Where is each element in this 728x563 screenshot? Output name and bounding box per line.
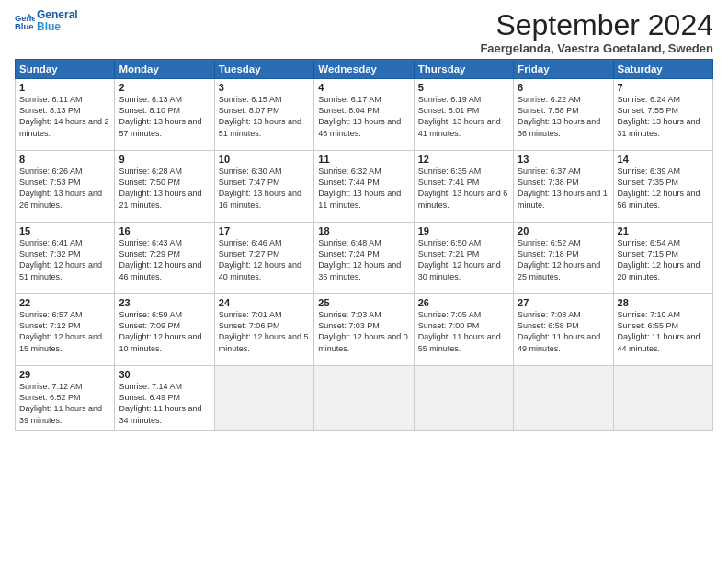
col-sat: Saturday [613,60,712,79]
day-number: 16 [119,225,210,236]
day-detail: Sunrise: 6:41 AMSunset: 7:32 PMDaylight:… [19,237,110,282]
day-detail: Sunrise: 6:54 AMSunset: 7:15 PMDaylight:… [618,237,709,282]
col-wed: Wednesday [314,60,414,79]
table-cell: 18Sunrise: 6:48 AMSunset: 7:24 PMDayligh… [314,223,414,294]
table-cell: 7Sunrise: 6:24 AMSunset: 7:55 PMDaylight… [613,79,712,151]
day-number: 3 [219,82,310,93]
table-cell: 25Sunrise: 7:03 AMSunset: 7:03 PMDayligh… [314,294,414,366]
table-cell: 27Sunrise: 7:08 AMSunset: 6:58 PMDayligh… [514,294,613,366]
day-number: 12 [418,154,509,165]
col-sun: Sunday [16,60,115,79]
table-cell [414,366,513,431]
day-detail: Sunrise: 6:15 AMSunset: 8:07 PMDaylight:… [219,94,310,139]
table-row: 22Sunrise: 6:57 AMSunset: 7:12 PMDayligh… [16,294,713,366]
day-number: 9 [119,154,210,165]
day-number: 27 [518,297,609,308]
table-cell: 15Sunrise: 6:41 AMSunset: 7:32 PMDayligh… [16,223,115,294]
table-cell: 11Sunrise: 6:32 AMSunset: 7:44 PMDayligh… [314,151,414,223]
table-cell [613,366,712,431]
table-cell: 17Sunrise: 6:46 AMSunset: 7:27 PMDayligh… [214,223,313,294]
day-number: 19 [418,225,509,236]
logo-icon: General Blue [15,11,35,31]
table-cell: 13Sunrise: 6:37 AMSunset: 7:38 PMDayligh… [514,151,613,223]
day-number: 29 [19,369,110,380]
table-cell [514,366,613,431]
day-detail: Sunrise: 6:59 AMSunset: 7:09 PMDaylight:… [119,309,210,354]
day-number: 17 [219,225,310,236]
table-cell: 10Sunrise: 6:30 AMSunset: 7:47 PMDayligh… [214,151,313,223]
logo-text: General Blue [37,9,78,33]
table-row: 15Sunrise: 6:41 AMSunset: 7:32 PMDayligh… [16,223,713,294]
day-number: 25 [318,297,409,308]
col-tue: Tuesday [214,60,313,79]
day-number: 20 [518,225,609,236]
table-cell: 30Sunrise: 7:14 AMSunset: 6:49 PMDayligh… [115,366,214,431]
day-detail: Sunrise: 7:01 AMSunset: 7:06 PMDaylight:… [219,309,310,354]
table-cell: 21Sunrise: 6:54 AMSunset: 7:15 PMDayligh… [613,223,712,294]
col-mon: Monday [115,60,214,79]
day-detail: Sunrise: 6:22 AMSunset: 7:58 PMDaylight:… [518,94,609,139]
day-detail: Sunrise: 7:12 AMSunset: 6:52 PMDaylight:… [19,381,110,426]
col-fri: Friday [514,60,613,79]
day-number: 8 [19,154,110,165]
table-cell: 2Sunrise: 6:13 AMSunset: 8:10 PMDaylight… [115,79,214,151]
day-detail: Sunrise: 6:37 AMSunset: 7:38 PMDaylight:… [518,166,609,211]
table-cell: 8Sunrise: 6:26 AMSunset: 7:53 PMDaylight… [16,151,115,223]
table-cell: 22Sunrise: 6:57 AMSunset: 7:12 PMDayligh… [16,294,115,366]
day-number: 28 [618,297,709,308]
calendar-table: Sunday Monday Tuesday Wednesday Thursday… [15,59,713,431]
day-number: 22 [19,297,110,308]
day-detail: Sunrise: 6:11 AMSunset: 8:13 PMDaylight:… [19,94,110,139]
day-number: 15 [19,225,110,236]
day-detail: Sunrise: 6:57 AMSunset: 7:12 PMDaylight:… [19,309,110,354]
table-cell: 16Sunrise: 6:43 AMSunset: 7:29 PMDayligh… [115,223,214,294]
day-detail: Sunrise: 6:30 AMSunset: 7:47 PMDaylight:… [219,166,310,211]
day-detail: Sunrise: 6:48 AMSunset: 7:24 PMDaylight:… [318,237,409,282]
table-cell: 14Sunrise: 6:39 AMSunset: 7:35 PMDayligh… [613,151,712,223]
day-number: 4 [318,82,409,93]
day-detail: Sunrise: 6:50 AMSunset: 7:21 PMDaylight:… [418,237,509,282]
table-cell: 23Sunrise: 6:59 AMSunset: 7:09 PMDayligh… [115,294,214,366]
day-number: 24 [219,297,310,308]
day-detail: Sunrise: 7:03 AMSunset: 7:03 PMDaylight:… [318,309,409,354]
month-title: September 2024 [480,9,713,41]
day-number: 2 [119,82,210,93]
day-detail: Sunrise: 7:14 AMSunset: 6:49 PMDaylight:… [119,381,210,426]
table-cell: 26Sunrise: 7:05 AMSunset: 7:00 PMDayligh… [414,294,513,366]
table-cell: 5Sunrise: 6:19 AMSunset: 8:01 PMDaylight… [414,79,513,151]
day-detail: Sunrise: 6:26 AMSunset: 7:53 PMDaylight:… [19,166,110,211]
table-cell: 4Sunrise: 6:17 AMSunset: 8:04 PMDaylight… [314,79,414,151]
day-number: 26 [418,297,509,308]
calendar-page: General Blue General Blue September 2024… [0,0,728,563]
header: General Blue General Blue September 2024… [15,9,713,55]
table-cell: 28Sunrise: 7:10 AMSunset: 6:55 PMDayligh… [613,294,712,366]
day-number: 5 [418,82,509,93]
day-detail: Sunrise: 6:24 AMSunset: 7:55 PMDaylight:… [618,94,709,139]
day-number: 14 [618,154,709,165]
day-detail: Sunrise: 6:52 AMSunset: 7:18 PMDaylight:… [518,237,609,282]
day-number: 1 [19,82,110,93]
day-number: 23 [119,297,210,308]
table-cell: 3Sunrise: 6:15 AMSunset: 8:07 PMDaylight… [214,79,313,151]
table-row: 29Sunrise: 7:12 AMSunset: 6:52 PMDayligh… [16,366,713,431]
day-detail: Sunrise: 6:35 AMSunset: 7:41 PMDaylight:… [418,166,509,211]
day-detail: Sunrise: 7:08 AMSunset: 6:58 PMDaylight:… [518,309,609,354]
table-cell: 19Sunrise: 6:50 AMSunset: 7:21 PMDayligh… [414,223,513,294]
location: Faergelanda, Vaestra Goetaland, Sweden [480,41,713,55]
day-detail: Sunrise: 6:28 AMSunset: 7:50 PMDaylight:… [119,166,210,211]
svg-text:Blue: Blue [15,22,33,32]
table-cell: 1Sunrise: 6:11 AMSunset: 8:13 PMDaylight… [16,79,115,151]
day-detail: Sunrise: 6:13 AMSunset: 8:10 PMDaylight:… [119,94,210,139]
day-number: 6 [518,82,609,93]
table-cell [314,366,414,431]
day-detail: Sunrise: 6:19 AMSunset: 8:01 PMDaylight:… [418,94,509,139]
table-row: 8Sunrise: 6:26 AMSunset: 7:53 PMDaylight… [16,151,713,223]
logo-line2: Blue [37,21,78,33]
table-cell [214,366,313,431]
table-cell: 12Sunrise: 6:35 AMSunset: 7:41 PMDayligh… [414,151,513,223]
day-detail: Sunrise: 6:46 AMSunset: 7:27 PMDaylight:… [219,237,310,282]
table-cell: 6Sunrise: 6:22 AMSunset: 7:58 PMDaylight… [514,79,613,151]
day-detail: Sunrise: 6:43 AMSunset: 7:29 PMDaylight:… [119,237,210,282]
table-cell: 24Sunrise: 7:01 AMSunset: 7:06 PMDayligh… [214,294,313,366]
table-cell: 20Sunrise: 6:52 AMSunset: 7:18 PMDayligh… [514,223,613,294]
